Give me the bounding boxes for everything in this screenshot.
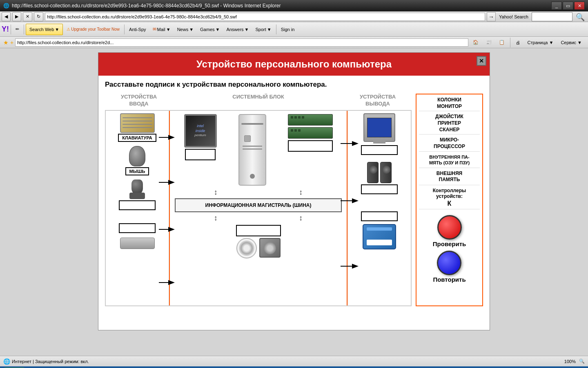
stop-button[interactable]: ✕: [23, 12, 32, 21]
check-button-label[interactable]: Проверить: [433, 240, 466, 247]
answers-button[interactable]: Answers ▼: [223, 24, 252, 35]
system-title-text: СИСТЕМНЫЙ БЛОК: [169, 94, 347, 100]
printer-image: [363, 224, 396, 249]
restore-button[interactable]: ▭: [563, 2, 573, 10]
search-label: Yahoo! Search: [499, 14, 528, 19]
speakers-label[interactable]: [361, 184, 398, 194]
label-kolonki[interactable]: КОЛОНКИ: [419, 97, 480, 103]
upgrade-toolbar-button[interactable]: ⚠ Upgrade your Toolbar Now: [64, 24, 122, 35]
sport-label: Sport: [255, 27, 266, 32]
favorites-url-input[interactable]: [15, 38, 468, 47]
mail-button[interactable]: ✉ Mail ▼: [150, 24, 174, 35]
labels-panel: КОЛОНКИ МОНИТОР ДЖОЙСТИК ПРИНТЕР СКАНЕР …: [416, 94, 483, 306]
ram-label-box[interactable]: [288, 140, 333, 152]
output-section-title: УСТРОЙСТВАВЫВОДА: [347, 94, 408, 108]
yahoo-search-input[interactable]: [532, 12, 572, 21]
cpu-image: intelinside pentium: [184, 114, 217, 148]
repeat-circle-button[interactable]: [437, 251, 461, 275]
system-unit-area: intelinside pentium: [169, 111, 347, 305]
mouse-device: МЫШЬ: [107, 146, 167, 175]
yahoo-search-icon[interactable]: 🔍: [574, 13, 586, 21]
cpu-component: intelinside pentium: [184, 114, 217, 160]
forward-button[interactable]: ▶: [12, 12, 21, 21]
feeds-button[interactable]: 📰: [483, 38, 494, 47]
mail-arrow: ▼: [166, 27, 171, 32]
go-button[interactable]: →: [487, 12, 496, 21]
label-microprocessor[interactable]: МИКРО-ПРОЦЕССОР: [419, 137, 480, 150]
printer-label[interactable]: [361, 211, 398, 221]
arrow-up-1: ↕: [214, 214, 218, 222]
label-printer[interactable]: ПРИНТЕР: [419, 120, 480, 126]
ram-stick-1: [288, 114, 333, 126]
hdd-image: [259, 238, 281, 258]
cpu-text: intelinside pentium: [194, 124, 206, 138]
favorites-bar: ★ + 🏠 📰 📋 🖨 Страница ▼ Сервис ▼: [0, 37, 588, 48]
close-button[interactable]: ✕: [574, 2, 585, 10]
bus-label: ИНФОРМАЦИОННАЯ МАГИСТРАЛЬ (ШИНА): [179, 202, 338, 208]
storage-component: [236, 225, 281, 258]
news-button[interactable]: News ▼: [174, 24, 196, 35]
scanner-empty-label[interactable]: [119, 223, 156, 233]
games-button[interactable]: Games ▼: [197, 24, 223, 35]
joystick-empty-label[interactable]: [119, 200, 156, 210]
back-button[interactable]: ◀: [2, 12, 11, 21]
edit-button[interactable]: ✏: [13, 24, 22, 35]
label-internal-memory[interactable]: ВНУТРЕННЯЯ ПА-МЯТЬ (ОЗУ И ПЗУ): [419, 154, 480, 166]
flash-close-button[interactable]: ✕: [477, 56, 486, 66]
label-external-memory[interactable]: ВНЕШНЯЯПАМЯТЬ: [419, 171, 480, 183]
answers-label: Answers: [226, 27, 243, 32]
games-label: Games: [200, 27, 214, 32]
output-title-text: УСТРОЙСТВАВЫВОДА: [347, 94, 408, 108]
print-button[interactable]: 🖨: [513, 38, 523, 47]
bus-component: ИНФОРМАЦИОННАЯ МАГИСТРАЛЬ (ШИНА): [175, 198, 342, 212]
label-scanner[interactable]: СКАНЕР: [419, 127, 480, 132]
arrow-down-2: ↕: [299, 188, 303, 197]
refresh-button[interactable]: ↻: [34, 12, 43, 21]
window-controls[interactable]: _ ▭ ✕: [551, 2, 585, 10]
label-monitor[interactable]: МОНИТОР: [419, 103, 480, 109]
input-devices-column: КЛАВИАТУРА МЫШЬ: [106, 111, 169, 305]
toolbar-separator: [11, 25, 11, 34]
storage-label-box[interactable]: [236, 225, 281, 236]
toolbar-separator-2: [24, 25, 24, 34]
diagram-header: УСТРОЙСТВАВВОДА СИСТЕМНЫЙ БЛОК УСТРОЙСТВ…: [105, 94, 412, 108]
history-button[interactable]: 📋: [496, 38, 508, 47]
action-buttons: Проверить Повторить: [419, 215, 480, 283]
service-button[interactable]: Сервис ▼: [558, 38, 585, 47]
system-unit-inner: intelinside pentium: [170, 111, 347, 305]
keyboard-device: КЛАВИАТУРА: [107, 113, 167, 142]
sign-in-label: Sign in: [281, 27, 295, 32]
speakers-device: [350, 162, 409, 195]
arrow-down-1: ↕: [214, 188, 218, 197]
monitor-label[interactable]: [361, 145, 398, 155]
monitor-device: [350, 113, 409, 156]
content-area: Устройство персонального компьютера ✕ Ра…: [0, 48, 588, 356]
labels-panel-group5: ВНЕШНЯЯПАМЯТЬ: [419, 171, 480, 185]
search-web-label: Search Web: [29, 27, 54, 32]
printer-device: [350, 210, 409, 249]
label-k[interactable]: К: [419, 200, 480, 207]
check-circle-button[interactable]: [437, 215, 462, 240]
home-button[interactable]: 🏠: [470, 38, 481, 47]
window-title: http://files.school-collection.edu.ru/dl…: [12, 3, 551, 9]
keyboard-label[interactable]: КЛАВИАТУРА: [118, 134, 156, 142]
page-button[interactable]: Страница ▼: [525, 38, 557, 47]
minimize-button[interactable]: _: [551, 2, 562, 10]
label-joystick[interactable]: ДЖОЙСТИК: [419, 114, 480, 119]
cd-image: [236, 238, 257, 258]
sport-button[interactable]: Sport ▼: [252, 24, 274, 35]
search-web-button[interactable]: Search Web ▼: [26, 24, 63, 35]
cpu-label-box[interactable]: [185, 149, 216, 160]
antispy-button[interactable]: Anti-Spy: [126, 24, 149, 35]
add-favorites-icon[interactable]: +: [10, 39, 13, 46]
sign-in-button[interactable]: Sign in: [278, 24, 298, 35]
mouse-label[interactable]: МЫШЬ: [125, 167, 149, 175]
labels-panel-group3: МИКРО-ПРОЦЕССОР: [419, 137, 480, 152]
status-left: 🌐 Интернет | Защищенный режим: вкл.: [3, 358, 561, 365]
output-devices-column: [347, 111, 411, 305]
repeat-button-label[interactable]: Повторить: [433, 276, 466, 283]
zoom-icon: 🔍: [579, 359, 585, 364]
news-label: News: [177, 27, 189, 32]
labels-panel-group4: ВНУТРЕННЯЯ ПА-МЯТЬ (ОЗУ И ПЗУ): [419, 154, 480, 168]
address-input[interactable]: [45, 13, 485, 21]
